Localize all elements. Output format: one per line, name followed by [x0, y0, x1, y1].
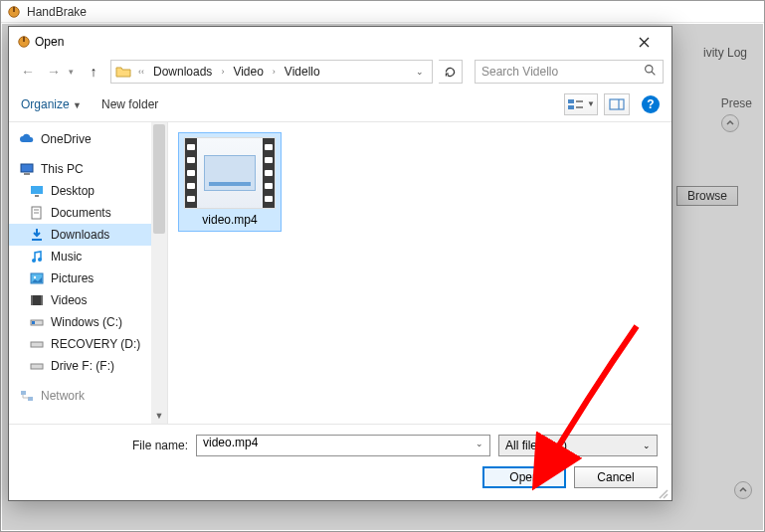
folder-icon	[115, 64, 131, 80]
svg-rect-30	[31, 364, 43, 369]
file-item-video[interactable]: video.mp4	[178, 132, 282, 232]
chevron-icon: ›	[218, 67, 227, 77]
filetype-filter[interactable]: All files (*.*) ⌄	[498, 435, 658, 456]
filename-dropdown-icon[interactable]: ⌄	[476, 439, 483, 448]
svg-rect-6	[568, 99, 574, 103]
downloads-icon	[29, 227, 45, 243]
file-thumbnail	[184, 137, 276, 209]
svg-rect-25	[31, 295, 33, 305]
navigation-tree[interactable]: OneDrive This PC Desktop Documents Downl…	[9, 122, 168, 424]
address-bar[interactable]: ‹‹ Downloads › Video › Vidello ⌄	[110, 60, 433, 84]
tree-pictures[interactable]: Pictures	[9, 267, 167, 289]
svg-rect-14	[31, 186, 43, 194]
svg-rect-1	[13, 6, 15, 11]
dialog-footer: File name: video.mp4 ⌄ All files (*.*) ⌄…	[9, 424, 671, 500]
tree-documents[interactable]: Documents	[9, 202, 167, 224]
tree-onedrive[interactable]: OneDrive	[9, 128, 167, 150]
crumb-downloads[interactable]: Downloads	[151, 65, 214, 79]
svg-point-4	[646, 66, 653, 73]
up-button[interactable]: ↑	[83, 61, 104, 83]
search-placeholder: Search Vidello	[481, 65, 558, 79]
pictures-icon	[29, 270, 45, 286]
tree-thispc[interactable]: This PC	[9, 158, 167, 180]
handbrake-title: HandBrake	[27, 5, 87, 19]
search-icon	[644, 64, 657, 80]
svg-rect-15	[35, 195, 39, 197]
drive-icon	[29, 314, 45, 330]
network-icon	[19, 388, 35, 404]
search-input[interactable]: Search Vidello	[475, 60, 664, 84]
drive-icon	[29, 358, 45, 374]
svg-rect-31	[21, 391, 26, 395]
preview-pane-button[interactable]	[604, 93, 630, 115]
handbrake-titlebar: HandBrake	[1, 1, 764, 23]
view-mode-button[interactable]: ▼	[564, 93, 598, 115]
handbrake-icon	[7, 5, 21, 19]
svg-rect-9	[576, 106, 583, 108]
scroll-thumb[interactable]	[153, 124, 165, 234]
resize-grip[interactable]	[657, 485, 669, 497]
svg-rect-19	[32, 239, 42, 241]
videos-icon	[29, 292, 45, 308]
tree-music[interactable]: Music	[9, 246, 167, 267]
scroll-down-icon[interactable]: ▼	[151, 408, 167, 424]
music-icon	[29, 249, 45, 265]
new-folder-button[interactable]: New folder	[101, 97, 158, 111]
filename-label: File name:	[23, 439, 188, 452]
svg-rect-8	[576, 100, 583, 102]
chevron-down-icon: ⌄	[643, 441, 651, 450]
svg-rect-10	[610, 99, 624, 109]
nav-bar: ← → ▾ ↑ ‹‹ Downloads › Video › Vidello ⌄…	[9, 57, 671, 87]
history-dropdown[interactable]: ▾	[69, 67, 79, 77]
refresh-button[interactable]	[439, 60, 463, 84]
close-button[interactable]	[624, 28, 664, 56]
svg-rect-26	[41, 295, 43, 305]
file-list-pane[interactable]: video.mp4	[168, 122, 671, 424]
back-button[interactable]: ←	[17, 61, 39, 83]
svg-point-23	[34, 276, 36, 278]
svg-point-21	[38, 258, 42, 262]
svg-rect-28	[32, 321, 35, 324]
chevron-icon[interactable]: ‹‹	[135, 67, 147, 77]
address-dropdown[interactable]: ⌄	[412, 67, 428, 77]
svg-line-5	[652, 72, 655, 75]
forward-button[interactable]: →	[43, 61, 65, 83]
command-bar: Organize ▼ New folder ▼ ?	[9, 87, 671, 122]
tree-downloads[interactable]: Downloads	[9, 224, 167, 246]
file-label: video.mp4	[202, 213, 257, 227]
help-button[interactable]: ?	[642, 95, 660, 113]
pc-icon	[19, 161, 35, 177]
organize-menu[interactable]: Organize ▼	[21, 97, 82, 111]
svg-point-20	[32, 259, 36, 263]
dialog-title: Open	[35, 35, 64, 49]
chevron-icon: ›	[270, 67, 279, 77]
crumb-vidello[interactable]: Vidello	[283, 65, 322, 79]
svg-rect-12	[21, 164, 33, 172]
filename-input[interactable]: video.mp4 ⌄	[196, 435, 490, 456]
open-file-dialog: Open ← → ▾ ↑ ‹‹ Downloads › Video › Vide…	[8, 26, 672, 501]
svg-rect-7	[568, 105, 574, 109]
tree-ddrive[interactable]: RECOVERY (D:)	[9, 333, 167, 355]
cancel-button[interactable]: Cancel	[574, 466, 658, 488]
crumb-video[interactable]: Video	[231, 65, 265, 79]
tree-fdrive[interactable]: Drive F: (F:)	[9, 355, 167, 377]
tree-cdrive[interactable]: Windows (C:)	[9, 311, 167, 333]
desktop-icon	[29, 183, 45, 199]
dialog-icon	[17, 35, 31, 49]
open-button[interactable]: Open	[482, 466, 566, 488]
drive-icon	[29, 336, 45, 352]
tree-network[interactable]: Network	[9, 385, 167, 407]
svg-rect-29	[31, 342, 43, 347]
svg-rect-3	[23, 37, 25, 42]
tree-videos[interactable]: Videos	[9, 289, 167, 311]
documents-icon	[29, 205, 45, 221]
tree-desktop[interactable]: Desktop	[9, 180, 167, 202]
tree-scrollbar[interactable]: ▲ ▼	[151, 122, 167, 424]
svg-rect-13	[24, 173, 30, 175]
dialog-titlebar: Open	[9, 27, 671, 57]
cloud-icon	[19, 131, 35, 147]
